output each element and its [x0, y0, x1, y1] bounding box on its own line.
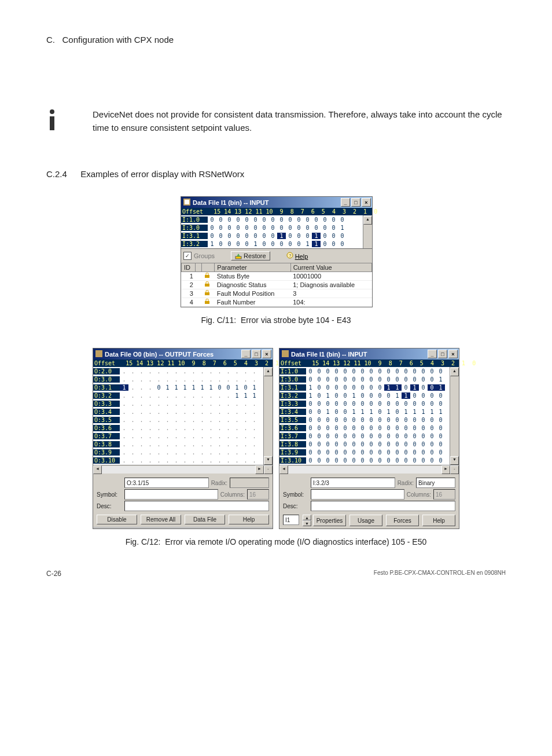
bit-cell[interactable]: . [146, 384, 154, 391]
bit-cell[interactable]: . [137, 441, 146, 447]
bit-cell[interactable]: 0 [323, 449, 332, 456]
bit-cell[interactable]: . [250, 457, 259, 464]
bit-cell[interactable]: 0 [358, 368, 367, 375]
bit-cell[interactable]: 0 [321, 216, 329, 223]
horizontal-scrollbar[interactable]: ◄ ► - [93, 465, 273, 474]
bit-cell[interactable]: 0 [419, 433, 428, 439]
bit-cell[interactable]: . [146, 417, 154, 423]
bit-cell[interactable]: 0 [306, 376, 315, 383]
bit-cell[interactable]: . [189, 433, 198, 439]
bit-cell[interactable]: . [241, 457, 250, 464]
bit-cell[interactable]: 0 [376, 425, 384, 431]
bit-cell[interactable]: . [154, 417, 163, 423]
bit-cell[interactable]: 0 [393, 376, 402, 383]
bit-cell[interactable]: 0 [329, 225, 338, 231]
bit-cell[interactable]: . [241, 376, 250, 383]
bit-cell[interactable]: 0 [384, 433, 393, 439]
bit-cell[interactable]: . [198, 401, 207, 407]
bit-cell[interactable]: . [189, 449, 198, 456]
bit-cell[interactable]: 0 [295, 241, 303, 247]
bit-cell[interactable]: 1 [233, 384, 241, 391]
bit-cell[interactable]: . [189, 368, 198, 375]
bit-cell[interactable]: . [207, 409, 215, 415]
bit-cell[interactable]: . [137, 417, 146, 423]
bit-cell[interactable]: . [137, 409, 146, 415]
bit-cell[interactable]: 0 [321, 241, 329, 247]
bit-cell[interactable]: 1 [338, 225, 347, 231]
desc-field[interactable] [124, 501, 269, 511]
bit-cell[interactable]: 0 [286, 225, 295, 231]
bit-cell[interactable]: 0 [419, 441, 428, 447]
desc-field[interactable] [311, 501, 455, 511]
bit-cell[interactable]: 1 [393, 384, 402, 391]
spinner-down-icon[interactable]: ▼ [303, 520, 311, 526]
bit-cell[interactable]: 0 [234, 216, 242, 223]
bit-cell[interactable]: 0 [376, 449, 384, 456]
bit-cell[interactable]: . [241, 425, 250, 431]
bit-cell[interactable]: 0 [436, 449, 445, 456]
bit-cell[interactable]: . [215, 425, 224, 431]
bit-cell[interactable]: 0 [384, 376, 393, 383]
bit-cell[interactable]: 0 [367, 401, 376, 407]
close-button[interactable]: × [448, 350, 458, 358]
bit-cell[interactable]: 0 [419, 401, 428, 407]
bit-cell[interactable]: . [198, 449, 207, 456]
minimize-button[interactable]: _ [428, 350, 437, 358]
bit-cell[interactable]: 0 [349, 449, 358, 456]
bit-cell[interactable]: 0 [341, 441, 349, 447]
bit-cell[interactable]: . [120, 409, 128, 415]
scroll-up-icon[interactable]: ▲ [363, 216, 372, 225]
bit-cell[interactable]: 0 [349, 376, 358, 383]
bit-cell[interactable]: . [154, 425, 163, 431]
bit-cell[interactable]: . [163, 376, 172, 383]
restore-button[interactable]: Restore [231, 251, 270, 260]
bit-cell[interactable]: . [154, 376, 163, 383]
bit-cell[interactable]: 0 [410, 417, 419, 423]
bit-cell[interactable]: 0 [332, 433, 341, 439]
bit-cell[interactable]: . [233, 457, 241, 464]
bit-cell[interactable]: . [163, 457, 172, 464]
bit-cell[interactable]: . [154, 457, 163, 464]
bit-cell[interactable]: 0 [341, 368, 349, 375]
bit-cell[interactable]: 0 [436, 433, 445, 439]
bit-cell[interactable]: 0 [358, 425, 367, 431]
bit-cell[interactable]: . [250, 409, 259, 415]
remove-all-button[interactable]: Remove All [141, 515, 181, 524]
bit-cell[interactable]: 0 [376, 457, 384, 464]
bit-cell[interactable]: . [128, 441, 137, 447]
bit-cell[interactable]: 0 [384, 441, 393, 447]
bit-cell[interactable]: . [198, 417, 207, 423]
bit-cell[interactable]: 1 [402, 392, 410, 399]
bit-cell[interactable]: . [224, 376, 233, 383]
bit-cell[interactable]: . [250, 417, 259, 423]
bit-cell[interactable]: . [120, 417, 128, 423]
bit-cell[interactable]: . [198, 425, 207, 431]
bit-cell[interactable]: 1 [402, 409, 410, 415]
minus-icon[interactable]: - [450, 465, 459, 474]
bit-cell[interactable]: . [215, 433, 224, 439]
bit-cell[interactable]: . [181, 368, 189, 375]
bit-cell[interactable]: . [128, 425, 137, 431]
bit-cell[interactable]: 0 [358, 384, 367, 391]
bit-cell[interactable]: 0 [277, 225, 286, 231]
bit-cell[interactable]: 1 [198, 384, 207, 391]
bit-cell[interactable]: 0 [402, 384, 410, 391]
bit-cell[interactable]: 0 [384, 368, 393, 375]
bit-cell[interactable]: 0 [402, 368, 410, 375]
bit-cell[interactable]: 0 [321, 225, 329, 231]
bit-cell[interactable]: 0 [428, 441, 436, 447]
close-button[interactable]: × [262, 350, 271, 358]
bit-cell[interactable]: . [207, 417, 215, 423]
help-link[interactable]: ? Help [286, 252, 308, 260]
bit-cell[interactable]: . [154, 392, 163, 399]
scroll-right-icon[interactable]: ► [255, 465, 264, 474]
bit-cell[interactable]: 1 [436, 384, 445, 391]
bit-cell[interactable]: 0 [367, 433, 376, 439]
bit-cell[interactable]: 0 [419, 417, 428, 423]
bit-cell[interactable]: 0 [312, 225, 321, 231]
bit-cell[interactable]: . [154, 368, 163, 375]
bit-cell[interactable]: 0 [306, 441, 315, 447]
bit-cell[interactable]: 0 [393, 368, 402, 375]
bit-cell[interactable]: 0 [332, 441, 341, 447]
bit-cell[interactable]: 0 [332, 401, 341, 407]
